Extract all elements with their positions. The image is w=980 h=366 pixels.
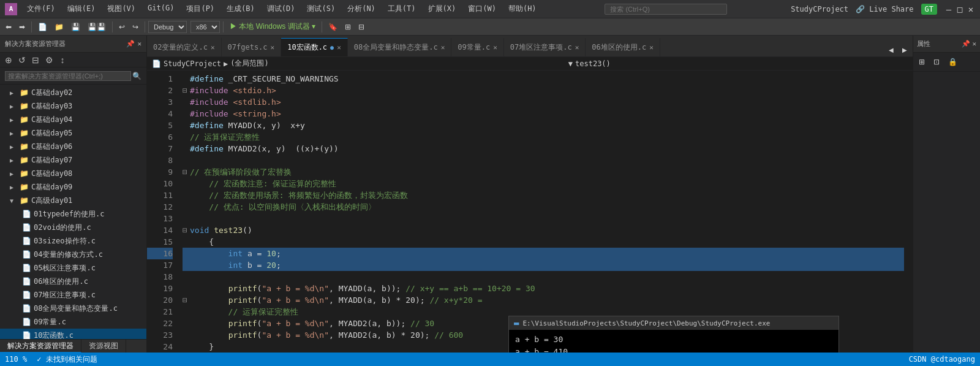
tab-close-icon[interactable]: ✕: [337, 44, 341, 51]
code-content[interactable]: #define _CRT_SECURE_NO_WARNINGS ⊟ #inclu…: [178, 71, 904, 353]
forward-btn[interactable]: ➡: [16, 20, 28, 34]
tab-09const[interactable]: 09常量.c ✕: [451, 38, 504, 56]
menu-test[interactable]: 测试(S): [302, 2, 340, 15]
tab-close-icon[interactable]: ✕: [271, 44, 275, 51]
tree-item-03sizeof[interactable]: 📄 03sizeo操作符.c: [0, 234, 146, 248]
right-panel-close[interactable]: ✕: [972, 40, 976, 48]
save-all-btn[interactable]: 💾💾: [85, 20, 109, 34]
toolbar-btn-extra2[interactable]: ⊟: [355, 20, 368, 34]
tree-item-05stack[interactable]: 📄 05栈区注意事项.c: [0, 261, 146, 275]
tree-item-07heap[interactable]: 📄 07堆区注意事项.c: [0, 288, 146, 302]
run-btn[interactable]: ▶ 本地 Windows 调试器 ▾: [227, 20, 318, 34]
properties-btn3[interactable]: 🔒: [945, 55, 960, 69]
properties-btn2[interactable]: ⊡: [930, 55, 943, 69]
close-btn[interactable]: ✕: [967, 5, 975, 13]
tree-item-09const[interactable]: 📄 09常量.c: [0, 315, 146, 329]
menu-help[interactable]: 帮助(H): [503, 2, 541, 15]
live-share-btn[interactable]: 🔗 Live Share: [856, 5, 913, 13]
tree-item-c基础day06[interactable]: ▶ 📁 C基础day06: [0, 140, 146, 153]
menu-view[interactable]: 视图(V): [102, 2, 140, 15]
menu-window[interactable]: 窗口(W): [463, 2, 501, 15]
tab-label: 09常量.c: [458, 42, 490, 53]
tree-item-04var[interactable]: 📄 04变量的修改方式.c: [0, 248, 146, 261]
menu-project[interactable]: 项目(P): [181, 2, 219, 15]
undo-btn[interactable]: ↩: [116, 20, 128, 34]
redo-btn[interactable]: ↪: [129, 20, 141, 34]
user-avatar[interactable]: GT: [921, 4, 937, 15]
menu-edit[interactable]: 编辑(E): [62, 2, 100, 15]
tree-item-c基础day02[interactable]: ▶ 📁 C基础day02: [0, 86, 146, 99]
search-input[interactable]: [605, 4, 727, 15]
folder-icon: 📁: [20, 88, 29, 97]
tab-close-icon[interactable]: ✕: [493, 44, 497, 51]
sidebar-pin-btn[interactable]: 📌: [126, 40, 135, 48]
bookmark-btn[interactable]: 🔖: [325, 20, 341, 34]
code-line-16: int a = 10;: [183, 248, 904, 259]
tab-scroll-right[interactable]: ▶: [899, 43, 910, 56]
tree-item-c基础day04[interactable]: ▶ 📁 C基础day04: [0, 113, 146, 126]
tab-07heap[interactable]: 07堆区注意事项.c ✕: [504, 38, 586, 56]
tree-item-08global[interactable]: 📄 08全局变量和静态变量.c: [0, 302, 146, 315]
save-btn[interactable]: 💾: [68, 20, 83, 34]
tab-scroll-left[interactable]: ◀: [886, 43, 897, 56]
status-csdn: CSDN @cdtaogang: [909, 355, 975, 364]
open-btn[interactable]: 📁: [51, 20, 67, 34]
properties-btn1[interactable]: ⊞: [916, 55, 928, 69]
breadcrumb-function[interactable]: test23(): [575, 59, 611, 68]
menu-build[interactable]: 生成(B): [222, 2, 260, 15]
sidebar-tab-resource[interactable]: 资源视图: [81, 340, 126, 353]
code-line-3: #include <stdlib.h>: [183, 96, 904, 108]
menu-extensions[interactable]: 扩展(X): [423, 2, 461, 15]
sidebar-filter-btn[interactable]: ⚙: [43, 54, 55, 66]
back-btn[interactable]: ⬅: [2, 20, 15, 34]
config-dropdown[interactable]: Debug: [148, 21, 187, 33]
sidebar-close-btn[interactable]: ✕: [137, 40, 141, 48]
menu-debug[interactable]: 调试(D): [262, 2, 300, 15]
maximize-btn[interactable]: □: [956, 5, 964, 13]
folder-icon: 📁: [20, 183, 29, 191]
chevron-right-icon: ▶: [10, 143, 17, 150]
tree-item-c基础day05[interactable]: ▶ 📁 C基础day05: [0, 126, 146, 140]
tree-item-01typedef[interactable]: 📄 01typedef的使用.c: [0, 207, 146, 221]
sidebar-search-input[interactable]: [5, 71, 131, 81]
tab-02var[interactable]: 02变量的定义.c ✕: [147, 38, 222, 56]
tree-item-10macro[interactable]: 📄 10宏函数.c: [0, 329, 146, 339]
right-panel-pin[interactable]: 📌: [962, 40, 970, 48]
tab-close-icon[interactable]: ✕: [649, 44, 654, 51]
sidebar-sync-btn[interactable]: ↕: [56, 54, 69, 66]
breadcrumb-project[interactable]: StudyCProject: [164, 59, 221, 68]
tree-item-02void[interactable]: 📄 02void的使用.c: [0, 221, 146, 234]
menu-tools[interactable]: 工具(T): [383, 2, 421, 15]
toolbar-btn-extra1[interactable]: ⊞: [342, 20, 354, 34]
tree-item-c基础day07[interactable]: ▶ 📁 C基础day07: [0, 153, 146, 167]
tab-close-icon[interactable]: ✕: [211, 44, 215, 51]
tree-item-c基础day08[interactable]: ▶ 📁 C基础day08: [0, 167, 146, 180]
code-line-13: [183, 213, 904, 224]
content-area: 02变量的定义.c ✕ 07fgets.c ✕ 10宏函数.c ● ✕ 08全局…: [147, 36, 913, 353]
tab-close-icon[interactable]: ✕: [441, 44, 445, 51]
sidebar-tab-solution[interactable]: 解决方案资源管理器: [0, 340, 81, 353]
tree-item-06heap[interactable]: 📄 06堆区的使用.c: [0, 275, 146, 288]
scrollbar[interactable]: [904, 71, 913, 353]
tree-item-c基础day09[interactable]: ▶ 📁 C基础day09: [0, 180, 146, 194]
tab-10macro[interactable]: 10宏函数.c ● ✕: [281, 38, 348, 56]
tree-item-c高级day01[interactable]: ▼ 📁 C高级day01: [0, 194, 146, 207]
sidebar-collapse-btn[interactable]: ⊟: [29, 54, 42, 66]
menu-file[interactable]: 文件(F): [22, 2, 60, 15]
new-btn[interactable]: 📄: [35, 20, 50, 34]
breadcrumb-scope[interactable]: (全局范围): [230, 58, 268, 69]
main-layout: 解决方案资源管理器 📌 ✕ ⊕ ↺ ⊟ ⚙ ↕ 🔍 ▶ 📁 C基础day02: [0, 36, 980, 353]
menu-analyze[interactable]: 分析(N): [342, 2, 380, 15]
menu-git[interactable]: Git(G): [143, 2, 179, 15]
tree-item-c基础day03[interactable]: ▶ 📁 C基础day03: [0, 99, 146, 113]
tab-06heap[interactable]: 06堆区的使用.c ✕: [586, 38, 660, 56]
tab-08global[interactable]: 08全局变量和静态变量.c ✕: [348, 38, 452, 56]
platform-dropdown[interactable]: x86: [190, 21, 220, 33]
minimize-btn[interactable]: —: [944, 5, 953, 13]
code-line-2: ⊟ #include <stdio.h>: [183, 85, 904, 96]
sidebar-new-btn[interactable]: ⊕: [2, 54, 15, 66]
tab-07fgets[interactable]: 07fgets.c ✕: [222, 38, 282, 56]
code-line-1: #define _CRT_SECURE_NO_WARNINGS: [183, 73, 904, 85]
tab-close-icon[interactable]: ✕: [575, 44, 579, 51]
sidebar-refresh-btn[interactable]: ↺: [16, 54, 28, 66]
